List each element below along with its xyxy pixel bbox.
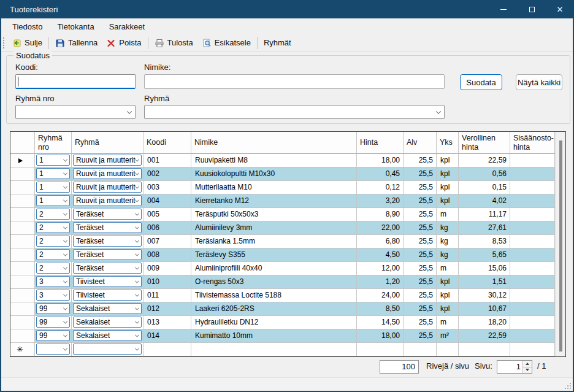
scrollbar-thumb[interactable] <box>559 140 562 352</box>
grid-combo-ryhma[interactable]: Teräkset <box>73 263 142 274</box>
grid-cell-sisaanosto[interactable] <box>510 302 555 316</box>
grid-cell-sisaanosto[interactable] <box>510 208 555 221</box>
grid-combo-ryhma_nro[interactable]: 1 <box>36 168 70 179</box>
delete-button[interactable]: Poista <box>102 36 145 50</box>
grid-combo-ryhma[interactable]: Teräkset <box>73 249 142 260</box>
grid-combo-ryhma[interactable]: Sekalaiset <box>73 330 142 341</box>
grid-cell-yks[interactable]: kpl <box>437 289 459 302</box>
grid-cell-alv[interactable]: 25,5 <box>404 167 437 181</box>
grid-cell-nimike[interactable]: Kumimatto 10mm <box>191 329 357 343</box>
grid-cell-verollinen[interactable]: 27,61 <box>459 221 510 235</box>
grid-combo-ryhma_nro[interactable]: 2 <box>36 209 70 220</box>
grid-header-cell[interactable]: Koodi <box>144 132 191 154</box>
grid-header-cell[interactable]: Verollinen hinta <box>459 132 510 154</box>
grid-header-cell[interactable]: Ryhmä nro <box>35 132 72 154</box>
grid-cell-hinta[interactable]: 22,00 <box>357 221 404 235</box>
grid-cell-yks[interactable]: kpl <box>437 275 459 289</box>
grid-cell-nimike[interactable]: Teräslevy S355 <box>191 248 357 262</box>
grid-cell-hinta[interactable]: 8,50 <box>357 302 404 316</box>
grid-cell-sisaanosto[interactable] <box>510 194 555 208</box>
grid-cell-sisaanosto[interactable] <box>510 167 555 181</box>
grid-cell-yks[interactable]: kg <box>437 221 459 235</box>
grid-cell-koodi[interactable]: 013 <box>144 316 191 329</box>
grid-cell-koodi[interactable]: 011 <box>144 289 191 302</box>
grid-cell-hinta[interactable]: 8,90 <box>357 208 404 221</box>
grid-cell-koodi[interactable]: 002 <box>144 167 191 181</box>
resize-grip-icon[interactable] <box>564 382 572 390</box>
grid-cell-nimike[interactable]: Mutterilaatta M10 <box>191 181 357 194</box>
grid-cell-nimike[interactable]: Laakeri 6205-2RS <box>191 302 357 316</box>
koodi-input[interactable] <box>15 74 136 89</box>
row-selector[interactable] <box>10 329 35 343</box>
grid-cell-alv[interactable]: 25,5 <box>404 275 437 289</box>
grid-cell-hinta[interactable]: 1,20 <box>357 275 404 289</box>
grid-cell-verollinen[interactable]: 22,59 <box>459 154 510 167</box>
grid-cell-verollinen[interactable]: 11,17 <box>459 208 510 221</box>
grid-cell-verollinen[interactable]: 18,20 <box>459 316 510 329</box>
row-selector[interactable] <box>10 194 35 208</box>
grid-cell-nimike[interactable]: Alumiiniprofiili 40x40 <box>191 262 357 275</box>
grid-cell-alv[interactable]: 25,5 <box>404 194 437 208</box>
grid-combo-ryhma_nro[interactable]: 3 <box>36 276 70 287</box>
grid-cell-koodi[interactable]: 006 <box>144 221 191 235</box>
groups-button[interactable]: Ryhmät <box>259 36 296 49</box>
menu-tietokanta[interactable]: Tietokanta <box>50 20 101 34</box>
grid-cell-alv[interactable]: 25,5 <box>404 262 437 275</box>
grid-cell-sisaanosto[interactable] <box>510 343 555 356</box>
ryhma-nro-combobox[interactable] <box>15 105 136 119</box>
grid-combo-ryhma[interactable]: Ruuvit ja muutterit <box>73 155 142 166</box>
grid-cell-verollinen[interactable]: 30,12 <box>459 289 510 302</box>
grid-cell-alv[interactable]: 25,5 <box>404 316 437 329</box>
grid-cell-nimike[interactable]: Ruuvipaketti M8 <box>191 154 357 167</box>
spin-up-button[interactable] <box>523 361 532 367</box>
grid-cell-nimike[interactable]: Alumiinilevy 3mm <box>191 221 357 235</box>
row-selector[interactable] <box>10 181 35 194</box>
grid-cell-sisaanosto[interactable] <box>510 235 555 248</box>
grid-cell-nimike[interactable]: Kierretanko M12 <box>191 194 357 208</box>
grid-cell-koodi[interactable]: 007 <box>144 235 191 248</box>
grid-cell-hinta[interactable]: 4,50 <box>357 248 404 262</box>
grid-cell-yks[interactable]: kpl <box>437 154 459 167</box>
grid-cell-verollinen[interactable]: 5,65 <box>459 248 510 262</box>
grid-cell-nimike[interactable] <box>191 343 357 356</box>
menu-tiedosto[interactable]: Tiedosto <box>5 20 50 34</box>
grid-cell-nimike[interactable]: Kuusiokolopultti M10x30 <box>191 167 357 181</box>
grid-cell-hinta[interactable]: 24,00 <box>357 289 404 302</box>
grid-cell-sisaanosto[interactable] <box>510 248 555 262</box>
vertical-scrollbar[interactable] <box>555 132 565 356</box>
grid-combo-ryhma_nro[interactable]: 2 <box>36 263 70 274</box>
grid-header-cell[interactable]: Alv <box>404 132 437 154</box>
row-selector[interactable] <box>10 302 35 316</box>
rows-per-page-input[interactable]: 100 <box>380 360 419 374</box>
grid-combo-ryhma[interactable]: Tiivisteet <box>73 276 142 287</box>
row-selector[interactable] <box>10 289 35 302</box>
grid-cell-yks[interactable]: kpl <box>437 302 459 316</box>
row-selector[interactable] <box>10 235 35 248</box>
grid-cell-verollinen[interactable]: 0,15 <box>459 181 510 194</box>
grid-cell-sisaanosto[interactable] <box>510 316 555 329</box>
grid-cell-alv[interactable]: 25,5 <box>404 302 437 316</box>
grid-header-selector[interactable] <box>10 132 35 154</box>
grid-combo-ryhma_nro[interactable]: 2 <box>36 222 70 233</box>
grid-cell-verollinen[interactable]: 15,06 <box>459 262 510 275</box>
close-button[interactable]: ✕ <box>546 0 574 18</box>
grid-cell-yks[interactable]: kpl <box>437 167 459 181</box>
grid-cell-yks[interactable]: m² <box>437 329 459 343</box>
grid-cell-yks[interactable]: m <box>437 262 459 275</box>
grid-cell-yks[interactable]: kg <box>437 235 459 248</box>
grid-combo-ryhma_nro[interactable]: 2 <box>36 236 70 247</box>
grid-cell-sisaanosto[interactable] <box>510 154 555 167</box>
grid-cell-verollinen[interactable] <box>459 343 510 356</box>
grid-combo-ryhma_nro[interactable]: 1 <box>36 155 70 166</box>
grid-header-cell[interactable]: Sisäänosto-hinta <box>510 132 555 154</box>
grid-combo-ryhma_nro[interactable] <box>36 344 70 355</box>
grid-header-cell[interactable]: Hinta <box>357 132 404 154</box>
grid-cell-sisaanosto[interactable] <box>510 289 555 302</box>
grid-combo-ryhma[interactable]: Teräkset <box>73 209 142 220</box>
grid-cell-hinta[interactable]: 14,50 <box>357 316 404 329</box>
grid-combo-ryhma[interactable]: Ruuvit ja muutterit <box>73 195 142 206</box>
grid-cell-alv[interactable]: 25,5 <box>404 181 437 194</box>
close-form-button[interactable]: Sulje <box>7 36 47 50</box>
grid-cell-verollinen[interactable]: 4,02 <box>459 194 510 208</box>
grid-cell-hinta[interactable]: 18,00 <box>357 329 404 343</box>
